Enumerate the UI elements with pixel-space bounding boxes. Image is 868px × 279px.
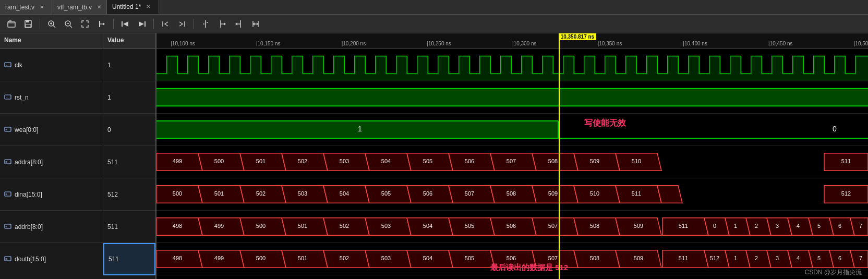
tab-ram-test-close[interactable]: ✕ (40, 4, 44, 10)
svg-text:506: 506 (465, 159, 474, 165)
svg-text:~: ~ (6, 64, 8, 67)
svg-text:500: 500 (256, 223, 266, 229)
signal-name-rst-n: ~ rst_n (0, 81, 103, 113)
svg-text:1: 1 (734, 256, 737, 262)
signal-row-dina[interactable]: ≡ dina[15:0] 512 (0, 178, 155, 211)
signal-label-dina: dina[15:0] (15, 191, 42, 198)
svg-text:501: 501 (214, 191, 224, 197)
waveform-panel[interactable]: |10,100 ns|10,150 ns|10,200 ns|10,250 ns… (156, 33, 868, 279)
write-disable-annotation: 写使能无效 (584, 118, 626, 129)
toolbar-sep-3 (153, 19, 154, 29)
signal-header: Name Value (0, 33, 155, 49)
svg-text:7: 7 (859, 256, 862, 262)
fit-button[interactable] (78, 17, 92, 31)
begin-button[interactable] (118, 17, 132, 31)
cursor-ab-button[interactable] (248, 17, 263, 31)
svg-text:512: 512 (841, 191, 851, 197)
svg-text:504: 504 (340, 191, 349, 197)
svg-text:5: 5 (817, 223, 821, 229)
svg-text:≡: ≡ (5, 257, 7, 261)
snap-button[interactable] (94, 17, 109, 31)
cursor-b-button[interactable] (232, 17, 246, 31)
svg-text:510: 510 (632, 159, 641, 165)
svg-text:6: 6 (838, 223, 841, 229)
signal-row-clk[interactable]: ~ clk 1 (0, 49, 155, 81)
tab-untitled[interactable]: Untitled 1* ✕ (107, 0, 159, 14)
svg-text:6: 6 (838, 256, 841, 262)
toolbar-sep-4 (194, 19, 194, 29)
end-button[interactable] (135, 17, 149, 31)
svg-text:1: 1 (358, 125, 362, 134)
svg-text:511: 511 (679, 256, 688, 262)
zoom-out-button[interactable] (61, 17, 76, 31)
tab-vtf-ram[interactable]: vtf_ram_tb.v ✕ (52, 0, 107, 14)
prev-edge-button[interactable] (158, 17, 173, 31)
svg-marker-25 (224, 22, 226, 26)
svg-text:504: 504 (381, 159, 391, 165)
open-button[interactable] (4, 17, 19, 31)
svg-text:2: 2 (755, 223, 758, 229)
time-marker-10-500-ns: |10,500 ns (854, 41, 868, 46)
time-marker-10-250-ns: |10,250 ns (427, 41, 451, 46)
signal-rows: ~ clk 1 ~ r (0, 49, 155, 279)
svg-marker-15 (123, 21, 128, 27)
time-marker-10-150-ns: |10,150 ns (256, 41, 281, 46)
svg-text:503: 503 (381, 256, 391, 262)
svg-rect-3 (26, 25, 31, 27)
signal-row-rst-n[interactable]: ~ rst_n 1 (0, 81, 155, 114)
tab-untitled-close[interactable]: ✕ (146, 4, 150, 9)
signal-value-wea: 0 (103, 114, 155, 145)
tab-vtf-ram-label: vtf_ram_tb.v (57, 4, 92, 11)
svg-text:502: 502 (256, 191, 266, 197)
svg-text:498: 498 (173, 256, 182, 262)
svg-text:509: 509 (590, 159, 599, 165)
time-marker-10-450-ns: |10,450 ns (768, 41, 793, 46)
signal-row-addra[interactable]: ≡ addra[8:0] 511 (0, 146, 155, 178)
tab-untitled-label: Untitled 1* (112, 3, 141, 10)
signal-name-addra: ≡ addra[8:0] (0, 146, 103, 178)
next-edge-button[interactable] (175, 17, 189, 31)
svg-text:≡: ≡ (5, 225, 7, 228)
svg-text:511: 511 (632, 191, 641, 197)
tab-vtf-ram-close[interactable]: ✕ (97, 4, 101, 10)
svg-text:2: 2 (755, 256, 758, 262)
svg-text:505: 505 (465, 223, 474, 229)
signal-row-addrb[interactable]: ≡ addrb[8:0] 511 (0, 211, 155, 243)
svg-text:509: 509 (634, 256, 643, 262)
time-marker-10-100-ns: |10,100 ns (171, 41, 195, 46)
save-button[interactable] (21, 17, 35, 31)
add-cursor-button[interactable] (198, 17, 213, 31)
signal-row-wea[interactable]: ≡ wea[0:0] 0 (0, 114, 155, 146)
signal-label-doutb: doutb[15:0] (15, 256, 46, 263)
svg-text:502: 502 (340, 256, 349, 262)
svg-text:3: 3 (776, 223, 779, 229)
rst-icon: ~ (4, 93, 11, 102)
dina-icon: ≡ (4, 190, 11, 199)
cursor-a-button[interactable] (215, 17, 230, 31)
tab-ram-test[interactable]: ram_test.v ✕ (0, 0, 52, 14)
svg-text:5: 5 (817, 256, 821, 262)
waveform-row-wea: 1 0 写使能无效 (156, 114, 868, 146)
waveform-row-doutb: 498 499 500 501 502 503 504 505 506 507 … (156, 243, 868, 275)
svg-text:502: 502 (340, 223, 349, 229)
svg-text:501: 501 (298, 223, 307, 229)
svg-text:0: 0 (833, 125, 837, 134)
time-marker-10-200-ns: |10,200 ns (342, 41, 366, 46)
svg-text:508: 508 (548, 159, 558, 165)
svg-text:509: 509 (634, 223, 643, 229)
svg-text:499: 499 (214, 223, 224, 229)
svg-text:508: 508 (507, 191, 516, 197)
signal-row-doutb[interactable]: ≡ doutb[15:0] 511 (0, 243, 155, 275)
signal-value-rst-n: 1 (103, 81, 155, 113)
last-read-annotation: 最后读出的数据是 512 (490, 263, 568, 273)
svg-text:1: 1 (734, 223, 737, 229)
svg-text:504: 504 (423, 223, 432, 229)
svg-text:500: 500 (173, 191, 182, 197)
main-content: Name Value ~ clk 1 (0, 33, 868, 279)
signal-value-doutb: 511 (103, 243, 155, 275)
signal-value-dina: 512 (103, 178, 155, 210)
svg-text:502: 502 (298, 159, 307, 165)
svg-text:507: 507 (548, 223, 558, 229)
svg-rect-55 (156, 121, 558, 138)
zoom-in-button[interactable] (44, 17, 59, 31)
